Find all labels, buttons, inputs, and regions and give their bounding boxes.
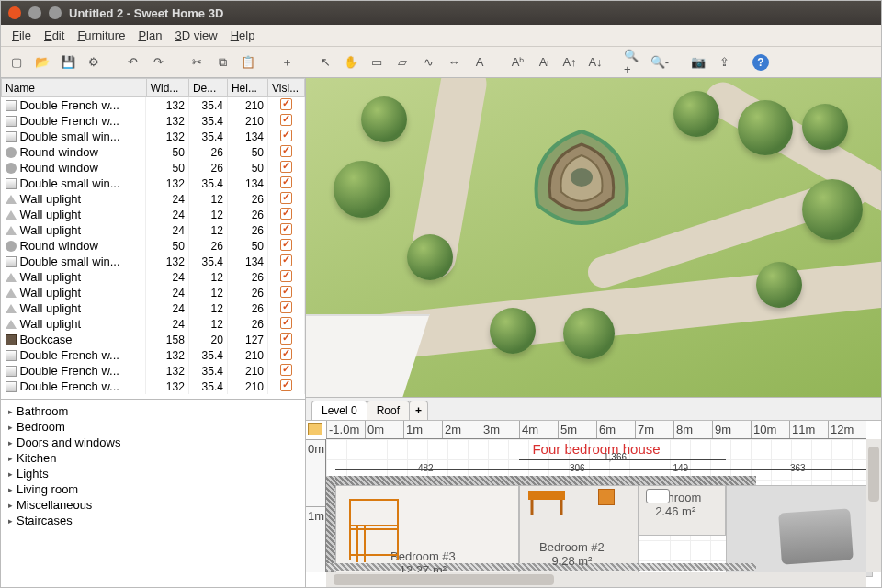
catalog-tree[interactable]: ▸Bathroom▸Bedroom▸Doors and windows▸Kitc… xyxy=(1,400,305,587)
catalog-item-staircases[interactable]: ▸Staircases xyxy=(8,513,298,528)
table-row[interactable]: Double small win...13235.4134 xyxy=(2,129,305,144)
bed-icon[interactable] xyxy=(778,508,854,564)
visibility-checkbox[interactable] xyxy=(280,145,292,157)
visibility-checkbox[interactable] xyxy=(280,114,292,126)
catalog-item-lights[interactable]: ▸Lights xyxy=(8,466,298,481)
add-level-button[interactable]: + xyxy=(409,401,428,420)
visibility-checkbox[interactable] xyxy=(280,223,292,235)
table-row[interactable]: Double French w...13235.4210 xyxy=(2,347,305,363)
wall-button[interactable]: ▭ xyxy=(367,52,387,73)
menu-file[interactable]: File xyxy=(6,27,37,44)
table-row[interactable]: Wall uplight241226 xyxy=(2,300,305,316)
window-minimize-button[interactable] xyxy=(28,6,41,19)
sink-icon[interactable] xyxy=(646,489,670,503)
table-row[interactable]: Double French w...13235.4210 xyxy=(2,97,305,114)
zoom-out-button[interactable]: 🔍- xyxy=(650,52,670,73)
table-row[interactable]: Double French w...13235.4210 xyxy=(2,379,305,394)
col-header-3[interactable]: Hei... xyxy=(227,79,267,97)
furniture-table-wrap[interactable]: NameWid...De...Hei...Visi... Double Fren… xyxy=(1,78,305,400)
paste-button[interactable]: 📋 xyxy=(238,52,258,73)
open-button[interactable]: 📂 xyxy=(32,52,52,73)
save-button[interactable]: 💾 xyxy=(58,52,78,73)
scrollbar-vertical[interactable] xyxy=(866,439,881,572)
wall[interactable] xyxy=(326,476,756,485)
new-button[interactable]: ▢ xyxy=(6,52,27,73)
visibility-checkbox[interactable] xyxy=(280,161,292,173)
catalog-item-bedroom[interactable]: ▸Bedroom xyxy=(8,419,298,435)
nightstand-icon[interactable] xyxy=(598,489,615,505)
table-row[interactable]: Wall uplight241226 xyxy=(2,285,305,300)
table-row[interactable]: Round window502650 xyxy=(2,160,305,175)
preferences-button[interactable]: ⚙ xyxy=(84,52,104,73)
catalog-item-miscellaneous[interactable]: ▸Miscellaneous xyxy=(8,497,298,513)
table-row[interactable]: Round window502650 xyxy=(2,144,305,160)
menu-edit[interactable]: Edit xyxy=(39,27,70,44)
col-header-0[interactable]: Name xyxy=(2,79,147,97)
visibility-checkbox[interactable] xyxy=(280,208,292,220)
zoom-in-button[interactable]: 🔍+ xyxy=(624,52,644,73)
view-3d[interactable] xyxy=(306,78,881,398)
room-button[interactable]: ▱ xyxy=(392,52,413,73)
pan-button[interactable]: ✋ xyxy=(341,52,361,73)
catalog-item-kitchen[interactable]: ▸Kitchen xyxy=(8,450,298,466)
size-up-button[interactable]: A↑ xyxy=(560,52,580,73)
col-header-2[interactable]: De... xyxy=(188,79,227,97)
table-row[interactable]: Wall uplight241226 xyxy=(2,316,305,332)
window-close-button[interactable] xyxy=(8,6,21,19)
scrollbar-thumb[interactable] xyxy=(334,574,554,585)
visibility-checkbox[interactable] xyxy=(280,379,292,391)
size-down-button[interactable]: A↓ xyxy=(585,52,605,73)
catalog-item-bathroom[interactable]: ▸Bathroom xyxy=(8,403,298,419)
visibility-checkbox[interactable] xyxy=(280,192,292,204)
desk-icon[interactable] xyxy=(526,489,567,516)
window-maximize-button[interactable] xyxy=(49,6,62,19)
visibility-checkbox[interactable] xyxy=(280,176,292,188)
col-header-4[interactable]: Visi... xyxy=(268,79,305,97)
visibility-checkbox[interactable] xyxy=(280,301,292,313)
plan-floor[interactable]: Four bedroom house 1,366 482306149363 Be… xyxy=(326,439,866,572)
bunk-bed-icon[interactable] xyxy=(346,496,401,562)
menu-3d-view[interactable]: 3D view xyxy=(169,27,222,44)
add-furniture-button[interactable]: ＋ xyxy=(277,52,297,73)
table-row[interactable]: Double small win...13235.4134 xyxy=(2,175,305,191)
help-button[interactable]: ? xyxy=(752,54,769,71)
visibility-checkbox[interactable] xyxy=(280,364,292,376)
menu-help[interactable]: Help xyxy=(225,27,261,44)
catalog-item-doors-and-windows[interactable]: ▸Doors and windows xyxy=(8,435,298,450)
table-row[interactable]: Wall uplight241226 xyxy=(2,269,305,285)
italic-button[interactable]: Aᵢ xyxy=(534,52,554,73)
redo-button[interactable]: ↷ xyxy=(148,52,168,73)
dimension-button[interactable]: ↔ xyxy=(444,52,464,73)
menu-furniture[interactable]: Furniture xyxy=(72,27,130,44)
level-tab[interactable]: Roof xyxy=(367,401,410,420)
polyline-button[interactable]: ∿ xyxy=(418,52,438,73)
table-row[interactable]: Bookcase15820127 xyxy=(2,332,305,347)
visibility-checkbox[interactable] xyxy=(280,254,292,266)
bold-button[interactable]: Aᵇ xyxy=(508,52,528,73)
export-button[interactable]: ⇪ xyxy=(714,52,734,73)
cut-button[interactable]: ✂ xyxy=(187,52,207,73)
catalog-item-living-room[interactable]: ▸Living room xyxy=(8,481,298,497)
col-header-1[interactable]: Wid... xyxy=(146,79,188,97)
table-row[interactable]: Wall uplight241226 xyxy=(2,191,305,207)
visibility-checkbox[interactable] xyxy=(280,270,292,282)
visibility-checkbox[interactable] xyxy=(280,239,292,251)
wall[interactable] xyxy=(326,476,335,572)
plan-canvas[interactable]: -1.0m0m1m2m3m4m5m6m7m8m9m10m11m12m 0m1m … xyxy=(306,420,881,587)
copy-button[interactable]: ⧉ xyxy=(212,52,232,73)
table-row[interactable]: Round window502650 xyxy=(2,238,305,254)
select-button[interactable]: ↖ xyxy=(315,52,335,73)
visibility-checkbox[interactable] xyxy=(280,333,292,345)
visibility-checkbox[interactable] xyxy=(280,286,292,298)
table-row[interactable]: Double small win...13235.4134 xyxy=(2,254,305,269)
undo-button[interactable]: ↶ xyxy=(122,52,142,73)
scrollbar-thumb[interactable] xyxy=(868,447,879,502)
level-tab[interactable]: Level 0 xyxy=(311,401,368,420)
table-row[interactable]: Double French w...13235.4210 xyxy=(2,363,305,379)
visibility-checkbox[interactable] xyxy=(280,130,292,141)
visibility-checkbox[interactable] xyxy=(280,317,292,329)
visibility-checkbox[interactable] xyxy=(280,348,292,360)
scrollbar-horizontal[interactable] xyxy=(326,572,866,587)
table-row[interactable]: Wall uplight241226 xyxy=(2,222,305,238)
table-row[interactable]: Double French w...13235.4210 xyxy=(2,113,305,129)
